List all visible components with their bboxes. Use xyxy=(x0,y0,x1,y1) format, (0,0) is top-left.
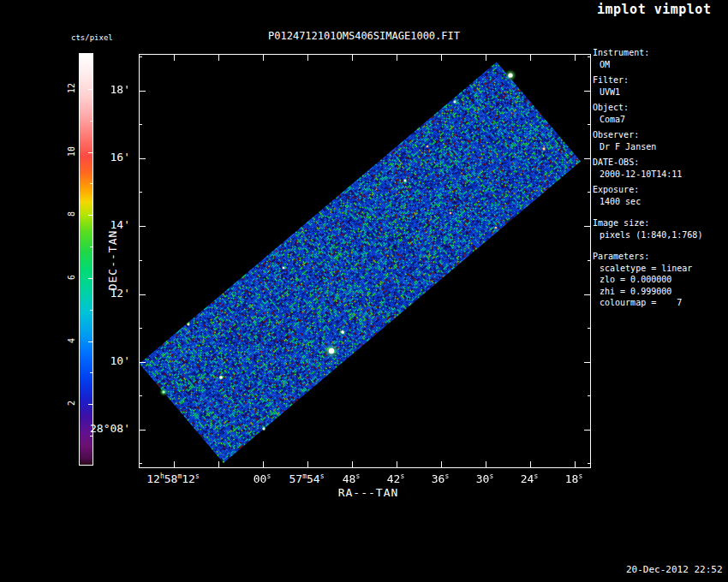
y-axis-tick xyxy=(140,226,146,227)
y-tick-label: 16' xyxy=(48,151,130,163)
colorbar-minor-tick xyxy=(90,121,92,122)
info-label: Instrument: xyxy=(593,47,702,59)
info-value: UVW1 xyxy=(593,86,702,98)
x-axis-title: RA---TAN xyxy=(338,486,399,499)
y-axis-tick xyxy=(140,91,146,92)
x-axis-tick xyxy=(218,461,219,467)
y-tick-label: 18' xyxy=(48,83,130,96)
x-tick-label: 12h58m12s xyxy=(146,472,199,485)
info-value: zlo = 0.000000 xyxy=(593,274,702,286)
y-axis-minor-tick xyxy=(588,56,590,57)
timestamp: 20-Dec-2012 22:52 xyxy=(626,564,723,575)
info-panel: Instrument:OMFilter:UVW1Object:Coma7Obse… xyxy=(593,47,702,313)
info-value: pixels (1:840,1:768) xyxy=(593,229,702,241)
info-value: Coma7 xyxy=(593,114,702,126)
y-axis-minor-tick xyxy=(588,395,590,396)
x-tick-label: 36s xyxy=(432,472,449,485)
info-value: 1400 sec xyxy=(593,196,702,208)
colorbar-minor-tick xyxy=(90,246,92,247)
y-axis-tick xyxy=(584,430,590,431)
info-value: Dr F Jansen xyxy=(593,141,702,153)
y-axis-minor-tick xyxy=(140,124,142,125)
x-axis-tick xyxy=(575,461,576,467)
y-tick-label: 28°08' xyxy=(48,422,130,435)
x-axis-tick xyxy=(530,55,531,61)
colorbar-tick xyxy=(88,404,92,405)
y-axis-minor-tick xyxy=(588,260,590,261)
plot-area xyxy=(139,54,591,468)
info-group: Image size:pixels (1:840,1:768) xyxy=(593,217,702,241)
y-axis-minor-tick xyxy=(140,56,142,57)
y-axis-tick xyxy=(140,158,146,159)
y-axis-tick xyxy=(140,362,146,363)
y-axis-tick xyxy=(584,362,590,363)
x-axis-tick xyxy=(486,461,486,467)
x-axis-tick xyxy=(174,461,175,467)
y-axis-minor-tick xyxy=(588,192,590,193)
y-axis-title: DEC--TAN xyxy=(106,230,119,291)
x-axis-tick xyxy=(352,55,353,61)
info-label: Exposure: xyxy=(593,184,702,196)
info-value: colourmap = 7 xyxy=(593,297,702,309)
info-group: Object:Coma7 xyxy=(593,102,702,125)
colorbar-tick-label: 4 xyxy=(67,338,76,343)
info-value: 2000-12-10T14:11 xyxy=(593,169,702,181)
x-tick-label: 48s xyxy=(343,472,360,485)
x-tick-label: 30s xyxy=(476,472,493,485)
colorbar-tick-label: 6 xyxy=(67,275,76,280)
sky-image-canvas xyxy=(140,55,590,467)
info-label: Object: xyxy=(593,102,702,114)
y-tick-label: 10' xyxy=(48,354,130,367)
y-axis-minor-tick xyxy=(588,124,590,125)
info-group: Filter:UVW1 xyxy=(593,74,702,98)
x-tick-label: 18s xyxy=(565,472,582,485)
y-axis-tick xyxy=(140,430,146,431)
colorbar-tick xyxy=(88,215,92,216)
info-label: Filter: xyxy=(593,74,702,86)
x-tick-label: 24s xyxy=(521,472,538,485)
y-axis-minor-tick xyxy=(588,328,590,329)
y-axis-minor-tick xyxy=(140,463,142,464)
x-axis-tick xyxy=(263,461,264,467)
info-label: Observer: xyxy=(593,129,702,141)
y-axis-minor-tick xyxy=(140,328,142,329)
app-title: implot vimplot xyxy=(597,2,711,17)
colorbar-minor-tick xyxy=(90,183,92,184)
y-axis-tick xyxy=(584,91,590,92)
info-value: scaletype = linear xyxy=(593,263,702,275)
x-axis-tick xyxy=(174,55,175,61)
y-axis-minor-tick xyxy=(140,395,142,396)
y-axis-tick xyxy=(140,294,146,295)
x-axis-tick xyxy=(441,55,442,61)
colorbar xyxy=(79,53,93,466)
colorbar-tick-label: 2 xyxy=(67,401,76,406)
colorbar-title: cts/pixel xyxy=(71,33,113,42)
x-axis-tick xyxy=(352,461,353,467)
x-axis-tick xyxy=(218,55,219,61)
info-label: Parameters: xyxy=(593,251,702,263)
colorbar-minor-tick xyxy=(90,310,92,311)
x-tick-label: 57m54s xyxy=(289,472,325,485)
x-axis-tick xyxy=(263,55,264,61)
x-tick-label: 42s xyxy=(387,472,404,485)
info-group: Instrument:OM xyxy=(593,47,702,70)
info-label: DATE-OBS: xyxy=(593,157,702,169)
plot-title: P0124712101OMS406SIMAGE1000.FIT xyxy=(139,30,589,42)
y-axis-tick xyxy=(584,294,590,295)
y-axis-minor-tick xyxy=(140,260,142,261)
x-axis-tick xyxy=(486,55,486,61)
colorbar-tick xyxy=(88,278,92,279)
x-axis-tick xyxy=(307,461,308,467)
x-tick-label: 00s xyxy=(254,472,271,485)
x-axis-tick xyxy=(575,55,576,61)
colorbar-minor-tick xyxy=(90,372,92,373)
info-group: Exposure:1400 sec xyxy=(593,184,702,207)
colorbar-tick-label: 8 xyxy=(67,211,76,217)
y-axis-minor-tick xyxy=(140,192,142,193)
info-value: zhi = 0.999000 xyxy=(593,286,702,298)
colorbar-tick xyxy=(88,341,92,342)
x-axis-tick xyxy=(530,461,531,467)
x-axis-tick xyxy=(441,461,442,467)
x-axis-tick xyxy=(397,55,397,61)
info-group: Parameters:scaletype = linearzlo = 0.000… xyxy=(593,251,702,309)
